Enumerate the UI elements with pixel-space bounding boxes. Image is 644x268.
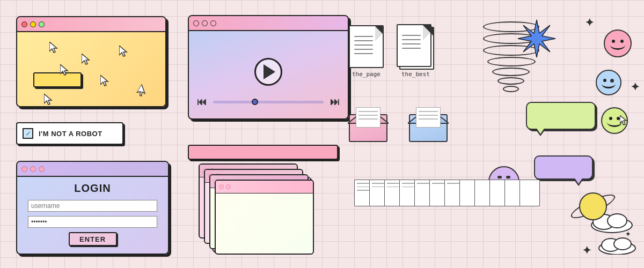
login-title: LOGIN (74, 182, 111, 195)
letter-pink (356, 107, 380, 128)
smiley-pink (604, 29, 632, 57)
letter-blue (416, 107, 441, 128)
doc-label-2: the_best (401, 71, 430, 78)
password-input[interactable] (28, 216, 157, 228)
speech-bubble-purple (534, 155, 593, 180)
login-dot-3[interactable] (39, 166, 45, 172)
play-button[interactable] (254, 58, 282, 86)
minimize-dot[interactable] (30, 21, 36, 27)
maximize-dot[interactable] (39, 21, 45, 27)
svg-marker-0 (49, 42, 57, 53)
speech-bubble-green (526, 102, 596, 130)
doc-line (402, 48, 421, 49)
captcha-widget[interactable]: ✓ I'M NOT A ROBOT (16, 122, 123, 145)
cursor-icon-5 (100, 75, 110, 87)
sparkle-icon-2: ✦ (631, 80, 640, 93)
doc-lines-front (402, 35, 421, 52)
starburst-svg (515, 17, 558, 60)
letter-line (358, 111, 378, 112)
disc-6 (497, 77, 524, 85)
letter-line (419, 118, 438, 120)
mini-doc-12 (519, 180, 540, 206)
username-input[interactable] (28, 200, 157, 212)
login-button[interactable]: ENTER (69, 232, 117, 246)
login-body: LOGIN ENTER (17, 177, 168, 251)
cursor-icon-6 (136, 84, 150, 99)
planet-body (579, 192, 607, 220)
svg-marker-2 (119, 46, 127, 56)
smiley-face-pink (605, 31, 631, 56)
login-dot-2[interactable] (30, 166, 36, 172)
login-titlebar (17, 162, 168, 177)
play-icon (264, 64, 275, 79)
progress-bar[interactable] (213, 101, 324, 103)
stacked-windows (193, 158, 311, 252)
cloud-2 (596, 233, 639, 257)
stack-titlebar-1 (216, 181, 313, 193)
letter-line (419, 115, 438, 116)
letter-line (419, 111, 438, 112)
video-dot-1[interactable] (193, 20, 199, 26)
cursor-icon-1 (49, 42, 59, 54)
login-window: LOGIN ENTER (16, 161, 169, 255)
envelope-blue (409, 107, 448, 142)
cursor-icon-2 (82, 54, 91, 65)
cloud-2-svg (596, 233, 639, 255)
cursor-icon-3 (119, 46, 129, 57)
doc-label-1: the_page (352, 71, 380, 78)
small-cursor-icon (620, 115, 627, 125)
smile-blue (602, 79, 616, 88)
stack-dot-9[interactable] (219, 184, 224, 189)
video-dot-3[interactable] (210, 20, 216, 26)
cursor-icon-7 (44, 94, 54, 106)
svg-marker-6 (44, 94, 52, 105)
doc-paper-1 (349, 25, 384, 68)
doc-the-page: the_page (349, 25, 384, 78)
smiley-face-blue (597, 71, 620, 94)
doc-line (402, 43, 421, 44)
window-titlebar-cursor (17, 17, 165, 32)
disc-5 (492, 68, 530, 76)
close-dot[interactable] (21, 21, 27, 27)
svg-point-12 (608, 214, 627, 228)
captcha-checkbox[interactable]: ✓ (23, 128, 33, 139)
envelope-pink (349, 107, 387, 142)
progress-indicator (252, 99, 258, 105)
multi-document-stack (354, 180, 540, 206)
login-dot-1[interactable] (21, 166, 27, 172)
envelope-icons (349, 107, 448, 142)
sparkle-icon-3: ✦ (582, 244, 591, 257)
doc-line (354, 36, 373, 37)
svg-marker-4 (100, 75, 108, 86)
captcha-label: I'M NOT A ROBOT (39, 130, 103, 138)
doc-paper-front (397, 24, 431, 67)
doc-line (354, 44, 373, 46)
disc-7 (503, 86, 519, 92)
captcha-checkmark: ✓ (25, 130, 31, 138)
main-scene: ✓ I'M NOT A ROBOT ⏮ ⏭ (0, 0, 644, 268)
doc-stack (397, 24, 434, 68)
doc-line (402, 35, 421, 36)
video-player-window: ⏮ ⏭ (188, 15, 349, 120)
svg-marker-16 (620, 115, 626, 125)
next-button[interactable]: ⏭ (330, 96, 340, 108)
doc-line (354, 53, 373, 54)
cursor-window (16, 16, 166, 107)
smile-pink (610, 40, 626, 50)
doc-line (354, 40, 373, 41)
small-cursor-svg (620, 115, 628, 126)
prev-button[interactable]: ⏮ (197, 96, 207, 108)
stack-window-1 (215, 180, 314, 255)
sparkle-icon-4: ✦ (625, 230, 631, 238)
doc-lines-1 (354, 36, 373, 57)
video-dot-2[interactable] (202, 20, 208, 26)
starburst-icon (515, 17, 558, 62)
letter-line (358, 115, 378, 116)
sparkle-icon-1: ✦ (585, 16, 594, 29)
smiley-blue (596, 70, 621, 95)
letter-line (358, 118, 378, 120)
stack-dot-10[interactable] (226, 184, 231, 189)
pink-bar-decoration (188, 145, 338, 160)
doc-line (402, 39, 421, 40)
svg-marker-5 (136, 84, 148, 97)
